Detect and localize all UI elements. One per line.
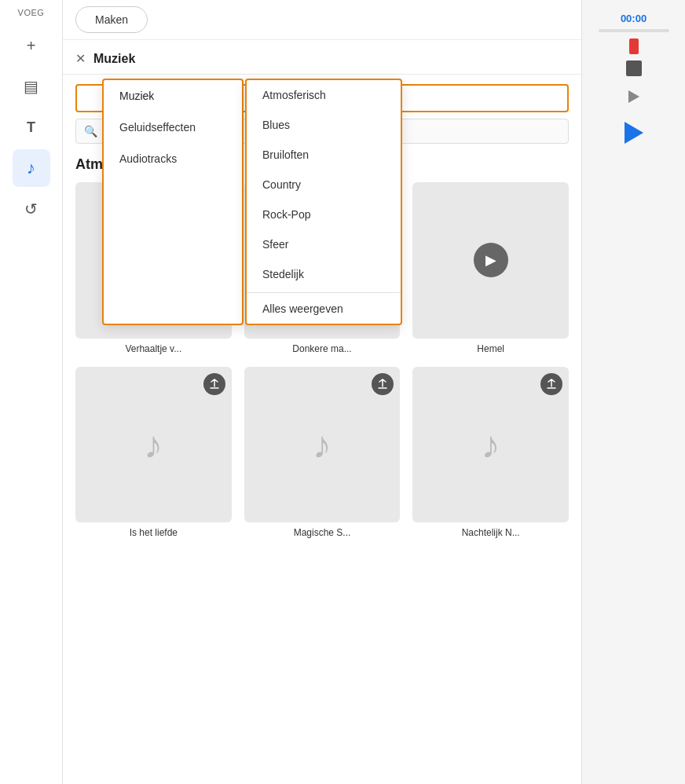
panel-header: ✕ Muziek [63,40,581,75]
right-panel: 00:00 [581,0,685,784]
sidebar-btn-text[interactable]: T [13,108,50,146]
sidebar: VOEG + ▤ T ♪ ↺ [0,0,63,784]
music-label-3: Hemel [412,343,569,354]
red-marker [629,38,639,54]
sidebar-btn-layers[interactable]: ▤ [13,68,50,105]
music-label-5: Magische S... [244,527,401,538]
genre-item-rock-pop[interactable]: Rock-Pop [247,200,401,229]
type-dropdown: Muziek Geluidseffecten Audiotracks [102,79,244,325]
genre-item-atmosferisch[interactable]: Atmosferisch [247,80,401,110]
play-badge-3: ▶ [474,243,508,277]
music-card-6[interactable]: ♪ Nachtelijk N... [412,367,569,539]
type-item-geluidseffecten[interactable]: Geluidseffecten [104,112,242,143]
genre-dropdown: Atmosferisch Blues Bruiloften Country Ro… [245,79,402,325]
text-icon: T [27,119,35,136]
music-label-4: Is het liefde [75,527,232,538]
undo-icon: ↺ [24,200,38,218]
dropdown-container: Muziek Geluidseffecten Audiotracks Atmos… [102,79,402,325]
voeg-label: VOEG [18,8,45,17]
add-icon: + [27,37,36,55]
music-note-icon-4: ♪ [144,423,163,467]
play-button-right[interactable] [625,115,643,144]
layers-icon: ▤ [24,77,38,96]
music-card-4[interactable]: ♪ Is het liefde [75,367,232,539]
type-item-muziek[interactable]: Muziek [104,80,242,112]
music-card-3[interactable]: ♪ ▶ Hemel [412,182,569,354]
genre-item-stedelijk[interactable]: Stedelijk [247,259,401,289]
stop-button[interactable] [626,60,642,76]
sidebar-btn-add[interactable]: + [13,27,50,64]
panel-title: Muziek [93,52,135,66]
music-label-2: Donkere ma... [244,343,401,354]
genre-item-alles[interactable]: Alles weergeven [247,292,401,324]
upload-badge-6 [540,373,562,395]
music-card-5[interactable]: ♪ Magische S... [244,367,401,539]
music-thumb-3: ♪ ▶ [412,182,569,339]
sidebar-btn-music[interactable]: ♪ [13,149,50,187]
genre-item-sfeer[interactable]: Sfeer [247,229,401,259]
music-thumb-6: ♪ [412,367,569,523]
genre-item-country[interactable]: Country [247,170,401,200]
music-icon: ♪ [27,158,35,178]
music-note-icon-5: ♪ [313,423,332,467]
music-thumb-4: ♪ [75,367,232,523]
upload-badge-4 [203,373,225,395]
close-icon[interactable]: ✕ [75,51,86,66]
maken-button[interactable]: Maken [75,6,148,33]
genre-item-blues[interactable]: Blues [247,110,401,140]
time-display: 00:00 [621,13,647,24]
timeline-bar [599,29,669,32]
search-icon: 🔍 [84,125,97,137]
genre-item-bruiloften[interactable]: Bruiloften [247,140,401,170]
music-thumb-5: ♪ [244,367,401,523]
top-button-area: Maken [63,0,581,40]
music-label-1: Verhaaltje v... [75,343,232,354]
sidebar-btn-undo[interactable]: ↺ [13,190,50,228]
upload-badge-5 [372,373,394,395]
music-label-6: Nachtelijk N... [412,527,569,538]
music-note-icon-6: ♪ [482,423,500,467]
type-item-audiotracks[interactable]: Audiotracks [104,143,242,174]
small-arrow-icon[interactable] [628,84,639,103]
